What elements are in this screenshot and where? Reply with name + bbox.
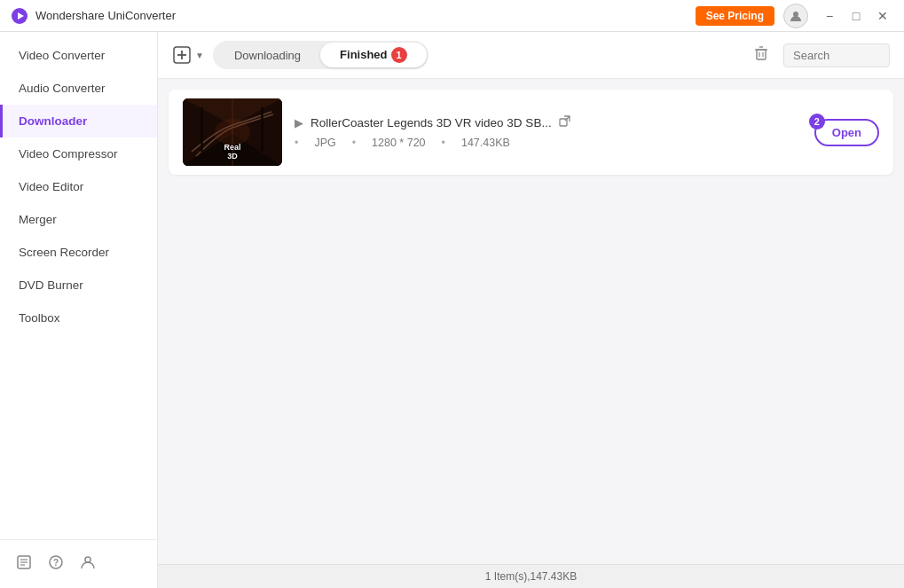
sidebar-label-downloader: Downloader bbox=[19, 114, 87, 128]
see-pricing-button[interactable]: See Pricing bbox=[696, 6, 774, 26]
open-button[interactable]: 2 Open bbox=[814, 119, 879, 146]
tab-finished[interactable]: Finished1 bbox=[320, 43, 426, 67]
trash-icon bbox=[753, 45, 769, 61]
add-chevron-icon: ▼ bbox=[195, 51, 204, 60]
sidebar-label-screen-recorder: Screen Recorder bbox=[19, 246, 109, 259]
file-thumbnail: Real3D bbox=[183, 98, 282, 166]
sidebar-item-downloader[interactable]: Downloader bbox=[0, 105, 157, 137]
svg-rect-13 bbox=[757, 50, 766, 59]
status-bar: 1 Item(s),147.43KB bbox=[158, 564, 904, 588]
tab-downloading[interactable]: Downloading bbox=[215, 44, 320, 67]
sidebar-item-merger[interactable]: Merger bbox=[0, 203, 157, 236]
svg-rect-23 bbox=[261, 107, 263, 152]
account-icon[interactable] bbox=[783, 4, 808, 28]
file-info: ▶ RollerCoaster Legends 3D VR video 3D S… bbox=[295, 115, 800, 149]
app-body: Video Converter Audio Converter Download… bbox=[0, 32, 904, 588]
sidebar-label-dvd-burner: DVD Burner bbox=[19, 278, 83, 292]
app-title: Wondershare UniConverter bbox=[35, 9, 696, 22]
window-controls: − □ ✕ bbox=[819, 5, 893, 27]
file-resolution: 1280 * 720 bbox=[372, 137, 425, 149]
add-download-button[interactable]: ▼ bbox=[172, 45, 204, 65]
sidebar-label-video-compressor: Video Compressor bbox=[19, 147, 118, 161]
sidebar-item-screen-recorder[interactable]: Screen Recorder bbox=[0, 236, 157, 269]
sidebar-item-audio-converter[interactable]: Audio Converter bbox=[0, 72, 157, 105]
sidebar-item-video-converter[interactable]: Video Converter bbox=[0, 39, 157, 72]
book-icon[interactable] bbox=[16, 554, 32, 574]
user-icon bbox=[790, 10, 802, 22]
svg-point-9 bbox=[85, 557, 90, 562]
sidebar-item-toolbox[interactable]: Toolbox bbox=[0, 302, 157, 334]
file-meta: • JPG • 1280 * 720 • 147.43KB bbox=[295, 137, 800, 149]
add-download-icon bbox=[172, 45, 192, 65]
table-row: Real3D ▶ RollerCoaster Legends 3D VR vid… bbox=[169, 90, 893, 175]
maximize-button[interactable]: □ bbox=[845, 5, 867, 27]
sidebar-label-merger: Merger bbox=[19, 213, 57, 226]
sidebar-label-video-editor: Video Editor bbox=[19, 180, 83, 193]
sidebar-footer: ? bbox=[0, 539, 157, 588]
file-list: Real3D ▶ RollerCoaster Legends 3D VR vid… bbox=[158, 79, 904, 564]
status-summary: 1 Item(s),147.43KB bbox=[485, 570, 577, 583]
person-icon[interactable] bbox=[80, 554, 96, 574]
close-button[interactable]: ✕ bbox=[872, 5, 893, 27]
sidebar-item-dvd-burner[interactable]: DVD Burner bbox=[0, 269, 157, 302]
app-logo bbox=[11, 7, 28, 25]
sidebar-label-toolbox: Toolbox bbox=[19, 311, 60, 325]
finished-badge: 1 bbox=[391, 47, 407, 63]
external-link-icon[interactable] bbox=[559, 115, 570, 129]
sidebar-label-video-converter: Video Converter bbox=[19, 49, 105, 62]
file-size: 147.43KB bbox=[461, 137, 510, 149]
video-type-icon: ▶ bbox=[295, 116, 303, 129]
sidebar-item-video-compressor[interactable]: Video Compressor bbox=[0, 137, 157, 170]
thumbnail-image: Real3D bbox=[183, 98, 282, 166]
minimize-button[interactable]: − bbox=[819, 5, 840, 27]
file-format: JPG bbox=[314, 137, 335, 149]
open-badge: 2 bbox=[809, 114, 825, 129]
sidebar-nav: Video Converter Audio Converter Download… bbox=[0, 32, 157, 539]
thumbnail-label: Real3D bbox=[224, 143, 240, 161]
file-title: RollerCoaster Legends 3D VR video 3D SB.… bbox=[311, 116, 552, 129]
open-label: Open bbox=[832, 126, 861, 139]
svg-text:?: ? bbox=[53, 558, 59, 568]
title-bar: Wondershare UniConverter See Pricing − □… bbox=[0, 0, 904, 32]
svg-point-24 bbox=[215, 119, 250, 145]
svg-rect-22 bbox=[200, 107, 203, 152]
sidebar-item-video-editor[interactable]: Video Editor bbox=[0, 170, 157, 203]
sidebar: Video Converter Audio Converter Download… bbox=[0, 32, 158, 588]
delete-button[interactable] bbox=[753, 45, 769, 66]
search-input[interactable] bbox=[783, 43, 890, 67]
file-action: 2 Open bbox=[814, 119, 879, 146]
sidebar-label-audio-converter: Audio Converter bbox=[19, 82, 106, 95]
tab-finished-label: Finished bbox=[340, 48, 387, 61]
help-icon[interactable]: ? bbox=[48, 554, 64, 574]
toolbar: ▼ Downloading Finished1 bbox=[158, 32, 904, 79]
file-title-row: ▶ RollerCoaster Legends 3D VR video 3D S… bbox=[295, 115, 800, 129]
main-content: ▼ Downloading Finished1 bbox=[158, 32, 904, 588]
download-tabs: Downloading Finished1 bbox=[213, 41, 428, 69]
